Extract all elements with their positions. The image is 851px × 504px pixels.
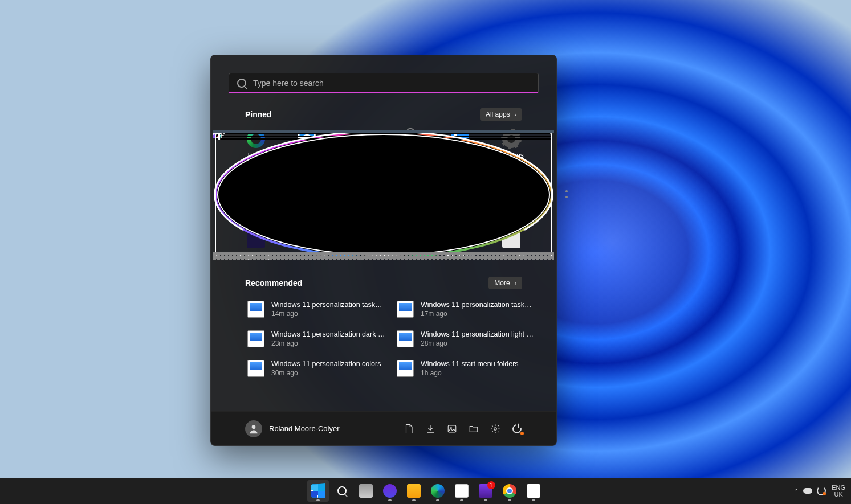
- recommended-item[interactable]: Windows 11 personalization dark m...23m …: [245, 328, 388, 350]
- recommended-time: 23m ago: [271, 339, 385, 347]
- file-thumbnail-icon: [247, 301, 264, 318]
- file-explorer-button[interactable]: [469, 424, 479, 434]
- taskbar-search-button[interactable]: [331, 480, 353, 502]
- onedrive-tray-icon[interactable]: [803, 488, 812, 494]
- taskbar-teams-button[interactable]: 1: [475, 480, 496, 502]
- recommended-item[interactable]: Windows 11 personalization colors30m ago: [245, 358, 388, 379]
- pinned-heading: Pinned: [245, 110, 272, 119]
- taskbar-paint-button[interactable]: [523, 480, 544, 502]
- notification-badge: 1: [487, 481, 495, 489]
- taskbar-edge-button[interactable]: [427, 480, 449, 502]
- start-menu: Pinned All apps› EdgeMailCalendarMicroso…: [210, 55, 557, 446]
- instagram-icon: [349, 230, 367, 248]
- user-name: Roland Moore-Colyer: [269, 424, 340, 433]
- file-thumbnail-icon: [397, 301, 414, 318]
- file-thumbnail-icon: [397, 330, 414, 347]
- svg-point-3: [494, 427, 497, 430]
- recommended-title: Windows 11 personalization colors: [271, 360, 381, 368]
- chevron-right-icon: ›: [515, 112, 516, 118]
- paint-icon: [527, 484, 540, 498]
- taskbar-microsoft-store-button[interactable]: [451, 480, 473, 502]
- search-box[interactable]: [229, 73, 539, 93]
- microsoft-store-icon: [455, 484, 469, 498]
- search-icon: [335, 484, 349, 498]
- chevron-right-icon: ›: [515, 280, 516, 286]
- recommended-title: Windows 11 personalization taskbar: [421, 301, 535, 309]
- taskbar-start-button[interactable]: [307, 480, 329, 502]
- settings-button[interactable]: [490, 424, 500, 434]
- page-indicator[interactable]: [565, 190, 568, 198]
- file-thumbnail-icon: [247, 360, 264, 377]
- task-view-icon: [359, 484, 373, 498]
- recommended-item[interactable]: Windows 11 start menu folders1h ago: [394, 358, 537, 379]
- recommended-title: Windows 11 personalization dark m...: [271, 330, 385, 338]
- search-input[interactable]: [253, 79, 530, 88]
- chrome-icon: [503, 484, 516, 498]
- downloads-folder-button[interactable]: [425, 424, 435, 434]
- svg-point-0: [252, 425, 256, 429]
- all-apps-button[interactable]: All apps›: [480, 108, 522, 121]
- documents-folder-button[interactable]: [404, 424, 414, 434]
- search-icon: [237, 79, 246, 88]
- taskbar-file-explorer-button[interactable]: [403, 480, 425, 502]
- chat-icon: [383, 484, 397, 498]
- recommended-title: Windows 11 personalization light a...: [421, 330, 535, 338]
- taskbar-chrome-button[interactable]: [499, 480, 520, 502]
- recommended-time: 17m ago: [421, 310, 535, 318]
- recommended-title: Windows 11 start menu folders: [421, 360, 519, 368]
- file-explorer-icon: [407, 484, 421, 498]
- user-account-button[interactable]: Roland Moore-Colyer: [245, 420, 340, 437]
- tray-overflow-button[interactable]: ⌃: [794, 488, 799, 494]
- taskbar-task-view-button[interactable]: [355, 480, 377, 502]
- recommended-time: 30m ago: [271, 369, 381, 377]
- file-thumbnail-icon: [247, 330, 264, 347]
- svg-rect-1: [448, 425, 456, 432]
- taskbar-chat-button[interactable]: [379, 480, 401, 502]
- user-avatar-icon: [245, 420, 262, 437]
- system-tray: ⌃ ENGUK: [794, 484, 845, 498]
- recommended-item[interactable]: Windows 11 personalization light a...28m…: [394, 328, 537, 350]
- file-thumbnail-icon: [397, 360, 414, 377]
- power-button[interactable]: [512, 424, 522, 434]
- recommended-heading: Recommended: [245, 278, 302, 288]
- windows-update-tray-icon[interactable]: [817, 486, 826, 495]
- pictures-folder-button[interactable]: [447, 424, 457, 434]
- taskbar: 1 ⌃ ENGUK: [0, 478, 851, 504]
- edge-icon: [431, 484, 445, 498]
- recommended-time: 1h ago: [421, 369, 519, 377]
- more-button[interactable]: More›: [488, 277, 522, 289]
- start-icon: [311, 484, 325, 498]
- language-indicator[interactable]: ENGUK: [832, 484, 845, 498]
- recommended-item[interactable]: Windows 11 personalization taskba...14m …: [245, 298, 388, 320]
- recommended-title: Windows 11 personalization taskba...: [271, 301, 385, 309]
- recommended-time: 14m ago: [271, 310, 385, 318]
- recommended-time: 28m ago: [421, 339, 535, 347]
- recommended-item[interactable]: Windows 11 personalization taskbar17m ag…: [394, 298, 537, 320]
